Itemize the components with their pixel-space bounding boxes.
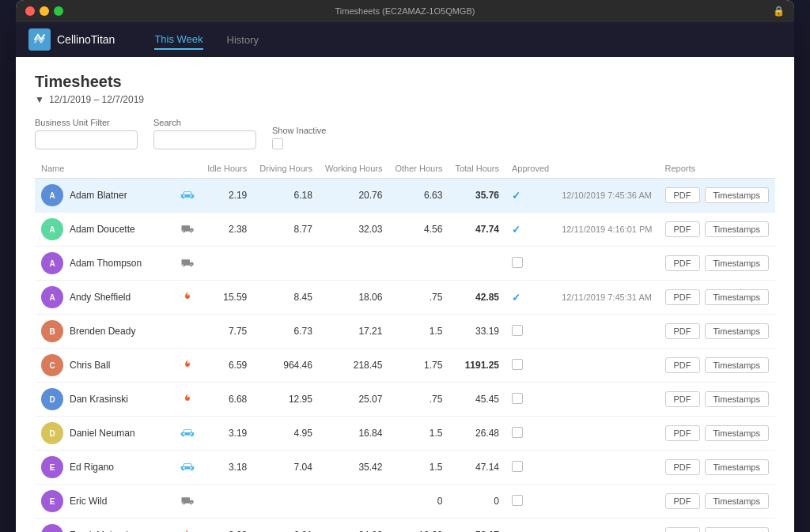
person-name-7: Daniel Neuman (70, 428, 135, 439)
approved-cell-6 (505, 383, 555, 417)
table-row: D Daniel Neuman 3.19 4.95 16.84 1.5 26.4… (35, 417, 775, 451)
pdf-button-5[interactable]: PDF (665, 357, 700, 373)
working-hours-7: 16.84 (319, 417, 389, 451)
timestamps-button-0[interactable]: Timestamps (705, 187, 770, 203)
vehicle-icon-8 (180, 463, 195, 474)
pdf-button-3[interactable]: PDF (665, 289, 700, 305)
col-approved-date (555, 159, 658, 179)
other-hours-1: 4.56 (388, 213, 449, 247)
pdf-button-7[interactable]: PDF (665, 425, 700, 441)
total-hours-8: 47.14 (449, 451, 505, 485)
timestamps-button-8[interactable]: Timestamps (705, 459, 770, 475)
name-cell-1: A Adam Doucette (35, 213, 174, 247)
pdf-button-2[interactable]: PDF (665, 255, 700, 271)
search-input[interactable] (153, 130, 256, 149)
vehicle-cell-6 (174, 383, 201, 417)
approved-checkbox-6 (512, 393, 523, 404)
timestamps-button-6[interactable]: Timestamps (705, 391, 770, 407)
table-row: F Frank Malyszka 2.02 6.01 34.92 10.22 5… (35, 519, 775, 533)
approved-cell-3: ✓ (505, 281, 555, 315)
table-row: D Dan Krasinski 6.68 12.95 25.07 .75 45.… (35, 383, 775, 417)
vehicle-icon-9 (180, 497, 195, 508)
vehicle-icon-3 (182, 295, 193, 306)
idle-hours-7: 3.19 (201, 417, 253, 451)
col-icon (174, 159, 201, 179)
col-approved: Approved (505, 159, 555, 179)
driving-hours-7: 4.95 (253, 417, 319, 451)
approved-date-0: 12/10/2019 7:45:36 AM (555, 179, 658, 213)
other-hours-10: 10.22 (388, 519, 449, 533)
name-cell-10: F Frank Malyszka (35, 519, 174, 533)
timestamps-button-3[interactable]: Timestamps (705, 289, 770, 305)
other-hours-7: 1.5 (388, 417, 449, 451)
approved-cell-1: ✓ (505, 213, 555, 247)
approved-checkbox-9 (512, 495, 523, 506)
approved-date-4 (555, 315, 658, 349)
logo-text: CellinoTitan (57, 33, 115, 46)
approved-checkbox-8 (512, 461, 523, 472)
approved-date-8 (555, 451, 658, 485)
other-hours-6: .75 (388, 383, 449, 417)
timestamps-button-9[interactable]: Timestamps (705, 493, 770, 509)
working-hours-4: 17.21 (319, 315, 389, 349)
tab-history[interactable]: History (227, 31, 259, 49)
approved-cell-0: ✓ (505, 179, 555, 213)
vehicle-cell-3 (174, 281, 201, 315)
driving-hours-6: 12.95 (253, 383, 319, 417)
business-unit-input[interactable] (35, 130, 138, 149)
table-row: A Andy Sheffield 15.59 8.45 18.06 .75 42… (35, 281, 775, 315)
working-hours-8: 35.42 (319, 451, 389, 485)
pdf-button-10[interactable]: PDF (665, 527, 700, 532)
close-button[interactable] (25, 6, 35, 16)
person-name-3: Andy Sheffield (70, 292, 131, 303)
working-hours-10: 34.92 (319, 519, 389, 533)
vehicle-cell-4 (174, 315, 201, 349)
avatar-2: A (41, 252, 63, 274)
table-header-row: Name Idle Hours Driving Hours Working Ho… (35, 159, 775, 179)
approved-checkbox-5 (512, 359, 523, 370)
working-hours-1: 32.03 (319, 213, 389, 247)
reports-cell-5: PDF Timestamps (659, 349, 776, 383)
driving-hours-0: 6.18 (253, 179, 319, 213)
name-cell-9: E Eric Wild (35, 485, 174, 519)
maximize-button[interactable] (54, 6, 63, 16)
date-range: ▼ 12/1/2019 – 12/7/2019 (35, 94, 775, 105)
approved-date-10: 12/11/2019 5:40:08 PM (555, 519, 658, 533)
timestamps-button-4[interactable]: Timestamps (705, 323, 770, 339)
show-inactive-label: Show Inactive (272, 126, 326, 135)
pdf-button-0[interactable]: PDF (665, 187, 700, 203)
show-inactive-group: Show Inactive (272, 126, 326, 149)
page-title: Timesheets (35, 73, 775, 91)
timestamps-button-7[interactable]: Timestamps (705, 425, 770, 441)
timestamps-button-5[interactable]: Timestamps (705, 357, 770, 373)
show-inactive-checkbox[interactable] (272, 138, 283, 149)
working-hours-5: 218.45 (319, 349, 389, 383)
idle-hours-4: 7.75 (201, 315, 253, 349)
timestamps-button-2[interactable]: Timestamps (705, 255, 770, 271)
approved-checkbox-4 (512, 325, 523, 336)
minimize-button[interactable] (40, 6, 49, 16)
nav-bar: CellinoTitan This Week History (16, 22, 794, 57)
pdf-button-4[interactable]: PDF (665, 323, 700, 339)
person-name-0: Adam Blatner (70, 190, 127, 201)
vehicle-icon-0 (180, 191, 195, 202)
name-cell-0: A Adam Blatner (35, 179, 174, 213)
pdf-button-6[interactable]: PDF (665, 391, 700, 407)
approved-date-6 (555, 383, 658, 417)
driving-hours-8: 7.04 (253, 451, 319, 485)
pdf-button-9[interactable]: PDF (665, 493, 700, 509)
timestamps-button-10[interactable]: Timestamps (705, 527, 770, 532)
idle-hours-3: 15.59 (201, 281, 253, 315)
timestamps-button-1[interactable]: Timestamps (705, 221, 770, 237)
pdf-button-8[interactable]: PDF (665, 459, 700, 475)
vehicle-icon-7 (180, 429, 195, 440)
other-hours-9: 0 (388, 485, 449, 519)
pdf-button-1[interactable]: PDF (665, 221, 700, 237)
approved-checkmark-1: ✓ (512, 224, 520, 236)
avatar-8: E (41, 456, 63, 478)
idle-hours-6: 6.68 (201, 383, 253, 417)
table-row: A Adam Blatner 2.19 6.18 20.76 6.63 35.7… (35, 179, 775, 213)
driving-hours-5: 964.46 (253, 349, 319, 383)
total-hours-7: 26.48 (449, 417, 505, 451)
tab-this-week[interactable]: This Week (154, 30, 202, 50)
